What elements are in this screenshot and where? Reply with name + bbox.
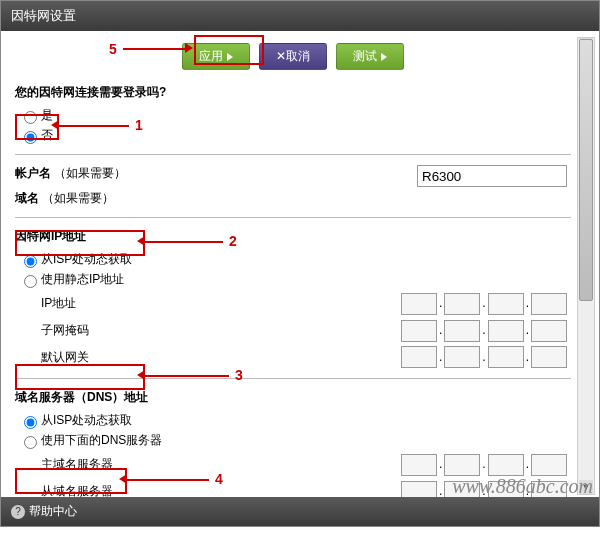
dns-dynamic-option[interactable]: 从ISP处动态获取 (19, 412, 571, 429)
cancel-label: 取消 (286, 49, 310, 63)
separator (15, 217, 571, 218)
window-titlebar: 因特网设置 (1, 1, 599, 31)
annotation-arrow (145, 375, 229, 377)
ip-static-radio[interactable] (24, 275, 37, 288)
content-area: 应用 ✕取消 测试 您的因特网连接需要登录吗? 是 否 帐户名 （如果需要） (1, 31, 599, 497)
vertical-scrollbar[interactable]: ▲ ▼ (577, 37, 595, 495)
ip-address-fields: ... (401, 292, 567, 315)
dns-heading: 域名服务器（DNS）地址 (15, 389, 571, 406)
ip-octet[interactable] (444, 454, 480, 476)
dns-custom-radio[interactable] (24, 436, 37, 449)
ip-octet[interactable] (444, 346, 480, 368)
apply-label: 应用 (199, 49, 223, 63)
primary-dns-fields: ... (401, 453, 567, 476)
action-buttons-row: 应用 ✕取消 测试 (15, 43, 571, 70)
subnet-label: 子网掩码 (41, 319, 89, 341)
arrow-icon (137, 236, 145, 246)
help-label: 帮助中心 (29, 504, 77, 518)
dns-dynamic-radio[interactable] (24, 416, 37, 429)
ip-octet[interactable] (531, 293, 567, 315)
ip-octet[interactable] (488, 320, 524, 342)
test-label: 测试 (353, 49, 377, 63)
cancel-button[interactable]: ✕取消 (259, 43, 327, 70)
ip-octet[interactable] (531, 320, 567, 342)
ip-octet[interactable] (488, 346, 524, 368)
gateway-label: 默认网关 (41, 346, 89, 368)
ip-octet[interactable] (531, 346, 567, 368)
separator (15, 154, 571, 155)
arrow-icon (51, 120, 59, 130)
play-icon (227, 53, 233, 61)
scroll-thumb[interactable] (579, 39, 593, 301)
ip-octet[interactable] (401, 346, 437, 368)
watermark-text: www.886abc.com (452, 475, 593, 498)
annotation-arrow (145, 241, 223, 243)
ip-static-option[interactable]: 使用静态IP地址 (19, 271, 571, 288)
login-question: 您的因特网连接需要登录吗? (15, 84, 571, 101)
ip-dynamic-option[interactable]: 从ISP处动态获取 (19, 251, 571, 268)
ip-dynamic-label: 从ISP处动态获取 (41, 252, 132, 266)
login-no-label: 否 (41, 128, 53, 142)
domain-label: 域名 (15, 191, 39, 205)
help-icon: ? (11, 505, 25, 519)
ip-octet[interactable] (401, 454, 437, 476)
dns-custom-label: 使用下面的DNS服务器 (41, 433, 162, 447)
account-name-row: 帐户名 （如果需要） (15, 165, 571, 187)
annotation-arrow (127, 479, 209, 481)
subnet-row: 子网掩码 ... (15, 319, 571, 342)
play-icon (381, 53, 387, 61)
ip-static-label: 使用静态IP地址 (41, 272, 124, 286)
gateway-fields: ... (401, 346, 567, 369)
login-no-option[interactable]: 否 (19, 127, 571, 144)
subnet-fields: ... (401, 319, 567, 342)
help-footer[interactable]: ?帮助中心 (1, 497, 599, 526)
login-yes-option[interactable]: 是 (19, 107, 571, 124)
arrow-icon (119, 474, 127, 484)
ip-dynamic-radio[interactable] (24, 255, 37, 268)
if-needed-hint: （如果需要） (42, 191, 114, 205)
account-name-input[interactable] (417, 165, 567, 187)
annotation-arrow (59, 125, 129, 127)
gateway-row: 默认网关 ... (15, 346, 571, 369)
ip-address-row: IP地址 ... (15, 292, 571, 315)
test-button[interactable]: 测试 (336, 43, 404, 70)
ip-address-label: IP地址 (41, 292, 76, 314)
ip-octet[interactable] (444, 293, 480, 315)
ip-octet[interactable] (488, 293, 524, 315)
annotation-arrow (123, 48, 185, 50)
secondary-dns-label: 从域名服务器 (41, 480, 113, 497)
ip-heading: 因特网IP地址 (15, 228, 571, 245)
separator (15, 378, 571, 379)
ip-octet[interactable] (444, 320, 480, 342)
dns-custom-option[interactable]: 使用下面的DNS服务器 (19, 432, 571, 449)
if-needed-hint: （如果需要） (54, 166, 126, 180)
arrow-icon (185, 43, 193, 53)
x-icon: ✕ (276, 49, 286, 63)
ip-octet[interactable] (401, 293, 437, 315)
account-name-label: 帐户名 (15, 166, 51, 180)
dns-dynamic-label: 从ISP处动态获取 (41, 413, 132, 427)
login-no-radio[interactable] (24, 131, 37, 144)
window-title: 因特网设置 (11, 8, 76, 23)
ip-octet[interactable] (531, 454, 567, 476)
arrow-icon (137, 370, 145, 380)
primary-dns-label: 主域名服务器 (41, 453, 113, 475)
ip-octet[interactable] (401, 481, 437, 497)
login-yes-radio[interactable] (24, 111, 37, 124)
domain-row: 域名 （如果需要） (15, 190, 571, 207)
settings-window: 因特网设置 应用 ✕取消 测试 您的因特网连接需要登录吗? 是 否 (0, 0, 600, 527)
scroll-area: 应用 ✕取消 测试 您的因特网连接需要登录吗? 是 否 帐户名 （如果需要） (1, 37, 599, 497)
ip-octet[interactable] (488, 454, 524, 476)
ip-octet[interactable] (401, 320, 437, 342)
primary-dns-row: 主域名服务器 ... (15, 453, 571, 476)
